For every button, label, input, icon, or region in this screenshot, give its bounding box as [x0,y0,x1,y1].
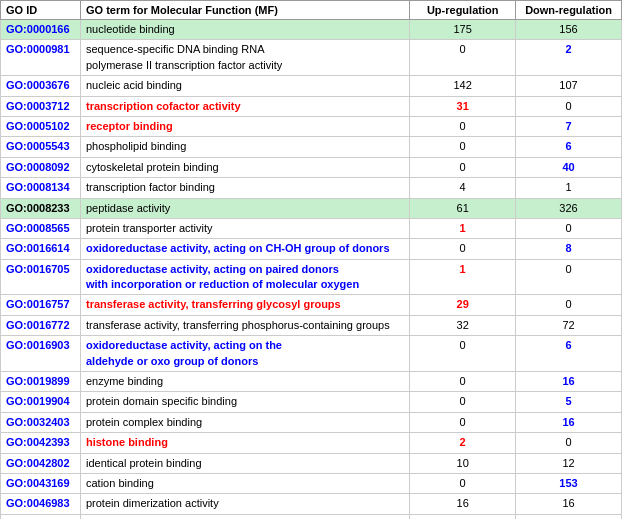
header-up: Up-regulation [410,1,516,20]
go-id-cell: GO:0042393 [1,433,81,453]
table-row: GO:0008092cytoskeletal protein binding04… [1,157,622,177]
down-regulation-cell: 16 [516,372,622,392]
table-row: GO:0000166nucleotide binding175156 [1,20,622,40]
down-value: 0 [565,222,571,234]
up-regulation-cell: 0 [410,239,516,259]
down-regulation-cell: 8 [516,239,622,259]
go-term-value: enzyme binding [86,375,163,387]
up-value: 1 [460,222,466,234]
up-regulation-cell: 0 [410,157,516,177]
go-id-cell: GO:0000981 [1,40,81,76]
go-id-value: GO:0003712 [6,100,70,112]
go-term-cell: oxidoreductase activity, acting on CH-OH… [80,239,409,259]
up-value: 0 [460,477,466,489]
up-value: 175 [453,23,471,35]
go-term-value: protein dimerization activity [86,497,219,509]
go-id-cell: GO:0008134 [1,178,81,198]
go-table: GO ID GO term for Molecular Function (MF… [0,0,622,519]
up-value: 0 [460,395,466,407]
down-value: 12 [562,457,574,469]
table-row: GO:0008134transcription factor binding41 [1,178,622,198]
up-regulation-cell: 0 [410,336,516,372]
go-id-value: GO:0042393 [6,436,70,448]
header-go-id: GO ID [1,1,81,20]
down-value: 107 [559,79,577,91]
go-term-cell: sequence-specific DNA binding RNApolymer… [80,40,409,76]
header-up-label: Up [427,4,442,16]
table-row: GO:0003712transcription cofactor activit… [1,96,622,116]
table-row: GO:0016757transferase activity, transfer… [1,295,622,315]
down-value: 0 [565,100,571,112]
go-term-cell: transcription factor binding [80,178,409,198]
up-regulation-cell: 0 [410,116,516,136]
table-row: GO:0008233peptidase activity61326 [1,198,622,218]
table-row: GO:0005102receptor binding07 [1,116,622,136]
up-regulation-cell: 0 [410,40,516,76]
up-value: 142 [453,79,471,91]
table-row: GO:0042802identical protein binding1012 [1,453,622,473]
up-regulation-cell: 175 [410,20,516,40]
go-id-value: GO:0019904 [6,395,70,407]
go-id-value: GO:0008565 [6,222,70,234]
go-term-value: cation binding [86,477,154,489]
go-term-cell: coenzyme binding [80,514,409,519]
up-value: 32 [457,319,469,331]
go-term-value: protein domain specific binding [86,395,237,407]
go-term-value: polymerase II transcription factor activ… [86,59,282,71]
go-term-value: oxidoreductase activity, acting on CH-OH… [86,242,390,254]
go-term-cell: protein dimerization activity [80,494,409,514]
up-value: 0 [460,161,466,173]
up-value: 0 [460,242,466,254]
down-value: 0 [565,263,571,275]
go-term-value: transferase activity, transferring phosp… [86,319,390,331]
up-value: 61 [457,202,469,214]
down-regulation-cell: 153 [516,473,622,493]
go-term-value: with incorporation or reduction of molec… [86,278,359,290]
go-id-cell: GO:0005102 [1,116,81,136]
up-regulation-cell: 0 [410,137,516,157]
go-term-cell: identical protein binding [80,453,409,473]
table-row: GO:0042393histone binding20 [1,433,622,453]
down-regulation-cell: 156 [516,20,622,40]
header-down-suffix: -regulation [555,4,612,16]
up-value: 0 [460,375,466,387]
go-id-cell: GO:0050662 [1,514,81,519]
table-row: GO:0016614oxidoreductase activity, actin… [1,239,622,259]
down-regulation-cell: 72 [516,315,622,335]
go-id-value: GO:0008134 [6,181,70,193]
go-id-cell: GO:0016614 [1,239,81,259]
down-regulation-cell: 0 [516,96,622,116]
go-id-value: GO:0008092 [6,161,70,173]
down-value: 40 [562,161,574,173]
down-value: 0 [565,298,571,310]
go-id-value: GO:0016705 [6,263,70,275]
down-regulation-cell: 0 [516,259,622,295]
go-term-cell: histone binding [80,433,409,453]
down-value: 6 [565,140,571,152]
go-id-value: GO:0000166 [6,23,70,35]
go-id-cell: GO:0046983 [1,494,81,514]
go-term-value: sequence-specific DNA binding RNA [86,43,265,55]
up-regulation-cell: 0 [410,372,516,392]
go-id-value: GO:0042802 [6,457,70,469]
up-value: 0 [460,339,466,351]
down-value: 0 [565,436,571,448]
up-value: 10 [457,457,469,469]
down-value: 326 [559,202,577,214]
down-regulation-cell: 16 [516,494,622,514]
go-id-value: GO:0016903 [6,339,70,351]
up-value: 1 [460,263,466,275]
go-term-value: aldehyde or oxo group of donors [86,355,258,367]
go-id-value: GO:0008233 [6,202,70,214]
go-term-cell: cytoskeletal protein binding [80,157,409,177]
down-regulation-cell: 1 [516,178,622,198]
header-down: Down-regulation [516,1,622,20]
header-up-suffix: -regulation [442,4,499,16]
go-term-cell: cation binding [80,473,409,493]
go-term-cell: phospholipid binding [80,137,409,157]
go-id-cell: GO:0019899 [1,372,81,392]
up-value: 31 [457,100,469,112]
go-term-value: identical protein binding [86,457,202,469]
go-term-cell: nucleotide binding [80,20,409,40]
go-id-value: GO:0032403 [6,416,70,428]
